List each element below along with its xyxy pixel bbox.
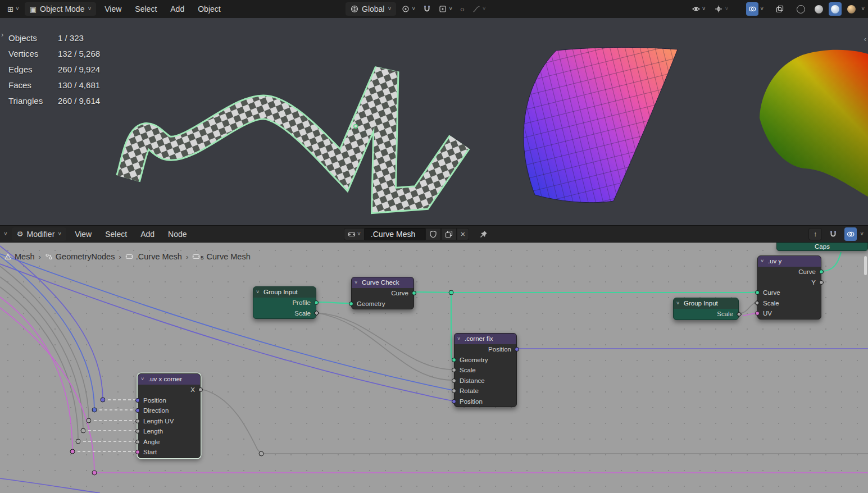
- shading-wireframe-button[interactable]: [794, 2, 808, 16]
- node-group-input-1[interactable]: ˅ Group Input Profile Scale: [253, 286, 316, 319]
- socket-input-position[interactable]: [135, 398, 140, 403]
- node-uv-x-corner[interactable]: ˅ .uv x corner X Position Direction Leng…: [138, 373, 201, 458]
- socket-output-y[interactable]: [819, 280, 824, 285]
- chevron-down-icon[interactable]: ˅: [860, 231, 864, 237]
- socket-input-start[interactable]: [135, 450, 140, 454]
- transform-orientation-dropdown[interactable]: Global ˅: [346, 2, 396, 16]
- socket-input-distance[interactable]: [452, 378, 456, 383]
- node-corner-fix[interactable]: ˅ .corner fix Position Geometry Scale Di…: [454, 333, 517, 407]
- collapse-icon[interactable]: ˅: [457, 334, 460, 344]
- node-header[interactable]: ˅ Curve Check: [352, 277, 413, 288]
- socket-input-position[interactable]: [452, 399, 456, 404]
- reroute-node[interactable]: [92, 471, 97, 475]
- socket-input-curve[interactable]: [755, 290, 760, 295]
- chevron-down-icon[interactable]: ˅: [861, 6, 865, 12]
- geometry-node-editor[interactable]: Mesh › GeometryNodes › .Curve Mesh: [0, 243, 868, 493]
- blender-window: ⊞ ˅ ▣ Object Mode ˅ View Select Add Obje…: [0, 0, 868, 493]
- new-copy-button[interactable]: [441, 228, 457, 240]
- menu-view[interactable]: View: [68, 225, 98, 243]
- menu-select[interactable]: Select: [128, 0, 163, 18]
- browse-node-tree-button[interactable]: ˅: [344, 228, 365, 240]
- collapse-icon[interactable]: ˅: [676, 298, 679, 309]
- crumb-separator-icon: ›: [119, 253, 121, 261]
- reroute-node[interactable]: [76, 439, 80, 444]
- copy-icon: [445, 230, 453, 238]
- reroute-node[interactable]: [92, 408, 97, 412]
- collapse-icon[interactable]: ˅: [141, 374, 144, 385]
- socket-input-geometry[interactable]: [452, 358, 456, 362]
- menu-view[interactable]: View: [98, 0, 128, 18]
- proportional-editing-toggle[interactable]: ○: [457, 2, 467, 16]
- shading-rendered-button[interactable]: [844, 2, 858, 16]
- unlink-button[interactable]: ×: [457, 228, 469, 240]
- socket-input-uv[interactable]: [755, 311, 760, 316]
- menu-add[interactable]: Add: [134, 225, 161, 243]
- xray-toggle[interactable]: [773, 2, 787, 16]
- editor-corner-icon[interactable]: ˅: [1, 231, 10, 237]
- node-tree-name-field[interactable]: .Curve Mesh: [365, 228, 425, 240]
- reroute-node[interactable]: [81, 428, 85, 433]
- socket-input-rotate[interactable]: [452, 389, 456, 393]
- node-editor-type-dropdown[interactable]: ⚙ Modifier ˅: [12, 227, 66, 241]
- orientation-globe-icon: [351, 5, 358, 13]
- node-header[interactable]: ˅ Group Input: [674, 298, 738, 309]
- node-overlays-toggle[interactable]: [844, 227, 857, 241]
- collapse-icon[interactable]: ˅: [761, 256, 764, 267]
- node-header[interactable]: ˅ .uv x corner: [138, 374, 200, 385]
- viewport-3d[interactable]: Objects1 / 323 Vertices132 / 5,268 Edges…: [0, 18, 868, 225]
- gradient-mesh-surface-object[interactable]: [524, 47, 678, 202]
- wireframe-sphere-icon: [797, 5, 805, 13]
- fake-user-button[interactable]: [425, 228, 441, 240]
- menu-select[interactable]: Select: [98, 225, 134, 243]
- node-group-input-2[interactable]: ˅ Group Input Scale: [673, 298, 739, 320]
- sidebar-expand-icon[interactable]: ‹: [864, 35, 866, 43]
- rgb-flag-surface-object[interactable]: [760, 50, 868, 197]
- checkered-ribbon-object[interactable]: [128, 71, 460, 200]
- snap-toggle[interactable]: [420, 2, 434, 16]
- node-caps-fragment[interactable]: Caps: [776, 243, 868, 251]
- snap-target-dropdown[interactable]: ˅: [436, 2, 455, 16]
- pin-toggle[interactable]: [477, 227, 490, 241]
- shading-solid-button[interactable]: [812, 2, 826, 16]
- show-gizmo-toggle[interactable]: ˅: [712, 2, 731, 16]
- reroute-node[interactable]: [87, 418, 91, 423]
- reroute-node[interactable]: [259, 451, 263, 456]
- toolbar-expand-icon[interactable]: ›: [1, 30, 3, 39]
- scrollbar[interactable]: [864, 256, 867, 275]
- go-to-parent-tree-button[interactable]: ↑: [808, 228, 822, 240]
- viewport-scene: [0, 18, 868, 225]
- collapse-icon[interactable]: ˅: [256, 287, 259, 298]
- node-curve-check[interactable]: ˅ Curve Check Curve Geometry: [351, 277, 414, 309]
- mode-dropdown[interactable]: ▣ Object Mode ˅: [25, 2, 97, 16]
- menu-object[interactable]: Object: [191, 0, 227, 18]
- mesh-icon: [4, 253, 12, 261]
- socket-input-length[interactable]: [135, 429, 140, 433]
- node-uv-y[interactable]: ˅ .uv y Curve Y Curve Scale UV: [757, 255, 821, 319]
- show-overlays-toggle[interactable]: [746, 2, 758, 16]
- proportional-falloff-dropdown[interactable]: ˅: [470, 2, 489, 16]
- chevron-down-icon: ˅: [16, 6, 19, 12]
- socket-row: Scale: [758, 298, 821, 309]
- chevron-down-icon[interactable]: ˅: [760, 6, 764, 12]
- menu-node[interactable]: Node: [161, 225, 193, 243]
- editor-type-button[interactable]: ⊞ ˅: [4, 2, 22, 16]
- node-header[interactable]: ˅ .corner fix: [455, 334, 516, 344]
- node-header[interactable]: ˅ .uv y: [758, 256, 821, 267]
- socket-input-direction[interactable]: [135, 408, 140, 413]
- node-snap-toggle[interactable]: [826, 227, 840, 241]
- reroute-node[interactable]: [449, 290, 453, 295]
- shading-material-button[interactable]: [829, 2, 842, 16]
- reroute-node[interactable]: [101, 398, 105, 402]
- socket-input-length-uv[interactable]: [135, 419, 140, 423]
- object-visibility-dropdown[interactable]: ˅: [689, 2, 708, 16]
- pivot-point-dropdown[interactable]: ˅: [399, 2, 418, 16]
- reroute-node[interactable]: [70, 449, 75, 454]
- socket-input-angle[interactable]: [135, 440, 140, 444]
- socket-input-scale[interactable]: [452, 368, 456, 372]
- collapse-icon[interactable]: ˅: [355, 277, 357, 288]
- stat-row: Objects1 / 323: [8, 30, 100, 46]
- menu-add[interactable]: Add: [163, 0, 191, 18]
- socket-input-geometry[interactable]: [349, 302, 353, 306]
- node-header[interactable]: ˅ Group Input: [253, 287, 316, 298]
- chevron-down-icon: ˅: [725, 6, 728, 12]
